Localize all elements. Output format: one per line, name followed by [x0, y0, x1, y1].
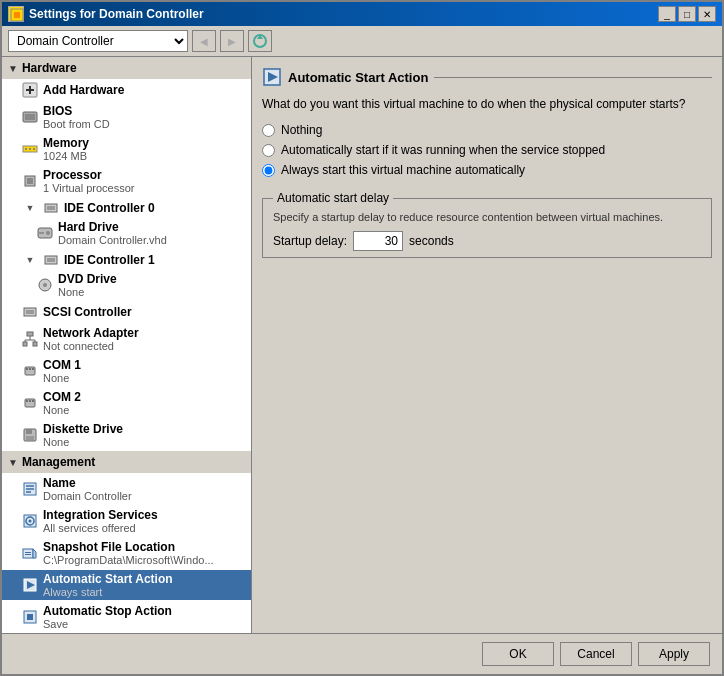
- hardware-collapse-icon: ▼: [8, 63, 18, 74]
- name-label: Name: [43, 476, 132, 490]
- main-window: Settings for Domain Controller _ □ ✕ Dom…: [0, 0, 724, 676]
- vm-dropdown[interactable]: Domain Controller: [8, 30, 188, 52]
- tree-item-network: Network Adapter Not connected: [2, 323, 251, 355]
- maximize-button[interactable]: □: [678, 6, 696, 22]
- diskette-label: Diskette Drive: [43, 422, 123, 436]
- network-row[interactable]: Network Adapter Not connected: [2, 324, 251, 354]
- diskette-row[interactable]: Diskette Drive None: [2, 420, 251, 450]
- processor-label: Processor: [43, 168, 135, 182]
- radio-nothing-input[interactable]: [262, 124, 275, 137]
- com2-label: COM 2: [43, 390, 81, 404]
- apply-button[interactable]: Apply: [638, 642, 710, 666]
- delay-description: Specify a startup delay to reduce resour…: [273, 211, 701, 223]
- radio-nothing[interactable]: Nothing: [262, 123, 712, 137]
- panel-header-icon: [262, 67, 282, 87]
- ide1-collapse-icon: ▼: [22, 252, 38, 268]
- ok-button[interactable]: OK: [482, 642, 554, 666]
- com1-row[interactable]: COM 1 None: [2, 356, 251, 386]
- delay-row: Startup delay: seconds: [273, 231, 701, 251]
- network-label: Network Adapter: [43, 326, 139, 340]
- ide0-row[interactable]: ▼ IDE Controller 0: [2, 198, 251, 218]
- radio-always-start-input[interactable]: [262, 164, 275, 177]
- right-panel: Automatic Start Action What do you want …: [252, 57, 722, 633]
- integration-sub: All services offered: [43, 522, 158, 534]
- dvd-icon: [37, 277, 53, 293]
- tree-item-autostop: Automatic Stop Action Save: [2, 601, 251, 633]
- svg-rect-16: [47, 206, 55, 210]
- processor-row[interactable]: Processor 1 Virtual processor: [2, 166, 251, 196]
- refresh-button[interactable]: [248, 30, 272, 52]
- svg-rect-10: [25, 148, 27, 150]
- svg-point-34: [26, 368, 28, 370]
- com1-sub: None: [43, 372, 81, 384]
- svg-point-38: [26, 400, 28, 402]
- autostart-label: Automatic Start Action: [43, 572, 173, 586]
- network-icon: [22, 331, 38, 347]
- hdd-sub: Domain Controller.vhd: [58, 234, 167, 246]
- radio-auto-start-if-running[interactable]: Automatically start if it was running wh…: [262, 143, 712, 157]
- autostop-row[interactable]: Automatic Stop Action Save: [2, 602, 251, 632]
- hdd-icon: [37, 225, 53, 241]
- com2-sub: None: [43, 404, 81, 416]
- svg-point-23: [43, 283, 47, 287]
- autostop-icon: [22, 609, 38, 625]
- hard-drive-row[interactable]: Hard Drive Domain Controller.vhd: [2, 218, 251, 248]
- snapshot-row[interactable]: Snapshot File Location C:\ProgramData\Mi…: [2, 538, 251, 568]
- svg-marker-52: [33, 549, 36, 558]
- svg-rect-42: [26, 429, 32, 434]
- dvd-label: DVD Drive: [58, 272, 117, 286]
- question-text: What do you want this virtual machine to…: [262, 97, 712, 111]
- com2-row[interactable]: COM 2 None: [2, 388, 251, 418]
- add-hardware-label: Add Hardware: [43, 83, 124, 97]
- svg-point-36: [32, 368, 34, 370]
- tree-item-bios: BIOS Boot from CD: [2, 101, 251, 133]
- svg-rect-54: [25, 554, 31, 555]
- com1-label: COM 1: [43, 358, 81, 372]
- radio-auto-start-if-running-input[interactable]: [262, 144, 275, 157]
- management-section-header[interactable]: ▼ Management: [2, 451, 251, 473]
- svg-rect-58: [27, 614, 33, 620]
- autostart-row[interactable]: Automatic Start Action Always start: [2, 570, 251, 600]
- ide1-row[interactable]: ▼ IDE Controller 1: [2, 250, 251, 270]
- delay-unit: seconds: [409, 234, 454, 248]
- hardware-section-header[interactable]: ▼ Hardware: [2, 57, 251, 79]
- management-section-label: Management: [22, 455, 95, 469]
- svg-rect-53: [25, 552, 31, 553]
- svg-rect-8: [25, 114, 35, 120]
- hdd-label: Hard Drive: [58, 220, 167, 234]
- panel-section-line: [434, 77, 712, 78]
- bios-row[interactable]: BIOS Boot from CD: [2, 102, 251, 132]
- tree-item-processor: Processor 1 Virtual processor: [2, 165, 251, 197]
- toolbar: Domain Controller ◀ ▶: [2, 26, 722, 57]
- dvd-row[interactable]: DVD Drive None: [2, 270, 251, 300]
- scsi-row[interactable]: SCSI Controller: [2, 302, 251, 322]
- name-row[interactable]: Name Domain Controller: [2, 474, 251, 504]
- name-sub: Domain Controller: [43, 490, 132, 502]
- svg-rect-14: [27, 178, 33, 184]
- management-collapse-icon: ▼: [8, 457, 18, 468]
- radio-always-start[interactable]: Always start this virtual machine automa…: [262, 163, 712, 177]
- forward-button[interactable]: ▶: [220, 30, 244, 52]
- window-title: Settings for Domain Controller: [29, 7, 204, 21]
- radio-nothing-label: Nothing: [281, 123, 322, 137]
- close-button[interactable]: ✕: [698, 6, 716, 22]
- cancel-button[interactable]: Cancel: [560, 642, 632, 666]
- bottom-bar: OK Cancel Apply: [2, 633, 722, 674]
- delay-input[interactable]: [353, 231, 403, 251]
- ide0-collapse-icon: ▼: [22, 200, 38, 216]
- svg-rect-27: [23, 342, 27, 346]
- tree-item-scsi: SCSI Controller: [2, 301, 251, 323]
- name-icon: [22, 481, 38, 497]
- back-button[interactable]: ◀: [192, 30, 216, 52]
- ide1-icon: [43, 252, 59, 268]
- tree-item-snapshot: Snapshot File Location C:\ProgramData\Mi…: [2, 537, 251, 569]
- add-hardware-row[interactable]: Add Hardware: [2, 80, 251, 100]
- com2-icon: [22, 395, 38, 411]
- memory-row[interactable]: Memory 1024 MB: [2, 134, 251, 164]
- integration-row[interactable]: Integration Services All services offere…: [2, 506, 251, 536]
- delay-fieldset: Automatic start delay Specify a startup …: [262, 191, 712, 258]
- snapshot-label: Snapshot File Location: [43, 540, 214, 554]
- dvd-sub: None: [58, 286, 117, 298]
- main-content: ▼ Hardware Add Hardware: [2, 57, 722, 633]
- minimize-button[interactable]: _: [658, 6, 676, 22]
